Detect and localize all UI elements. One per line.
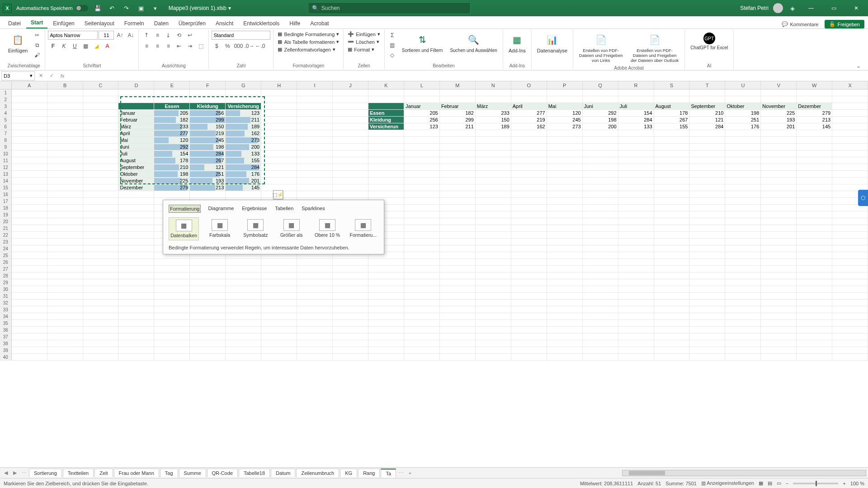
cell[interactable] (476, 266, 511, 272)
cell[interactable] (618, 266, 654, 272)
view-normal-icon[interactable]: ▦ (759, 480, 763, 486)
cell[interactable]: 193 (761, 117, 797, 123)
cell[interactable] (725, 293, 761, 300)
cell[interactable] (832, 279, 868, 286)
cell[interactable] (618, 178, 654, 184)
delete-cells-button[interactable]: ➖ Löschen ▾ (346, 38, 381, 45)
cell[interactable] (761, 89, 797, 96)
cell[interactable] (547, 171, 583, 178)
cell[interactable] (297, 354, 333, 361)
cell[interactable] (226, 354, 261, 361)
ribbon-tab-entwicklertools[interactable]: Entwicklertools (239, 19, 284, 28)
cell[interactable] (618, 144, 654, 150)
diamond-icon[interactable]: ◈ (788, 3, 797, 13)
qa-tab-sparklines[interactable]: Sparklines (301, 205, 326, 213)
cell[interactable]: 213 (797, 117, 832, 123)
cell[interactable] (583, 150, 618, 157)
cell[interactable] (297, 340, 333, 347)
cell[interactable] (618, 293, 654, 300)
cell[interactable] (47, 306, 83, 313)
cell[interactable] (261, 313, 297, 320)
cell[interactable] (547, 293, 583, 300)
camera-icon[interactable]: ▣ (136, 3, 146, 13)
cell[interactable] (47, 245, 83, 252)
cell[interactable] (761, 347, 797, 354)
column-header[interactable]: H (261, 81, 297, 89)
cell[interactable] (47, 171, 83, 178)
cell[interactable] (12, 354, 47, 361)
cell[interactable] (832, 239, 868, 245)
cell[interactable] (476, 320, 511, 327)
cell[interactable] (761, 171, 797, 178)
cell[interactable] (547, 144, 583, 150)
cell[interactable] (333, 313, 368, 320)
cell[interactable] (12, 252, 47, 259)
cell[interactable] (118, 286, 154, 293)
cell[interactable] (83, 293, 119, 300)
formula-input[interactable] (69, 71, 868, 80)
cell[interactable] (368, 300, 404, 306)
cell[interactable] (226, 333, 261, 340)
cell[interactable] (618, 272, 654, 279)
sheet-tab[interactable]: Rang (358, 469, 380, 477)
cell[interactable] (689, 144, 725, 150)
row-header[interactable]: 35 (0, 320, 12, 327)
cell[interactable]: Kleidung (190, 103, 226, 110)
cell[interactable] (654, 178, 690, 184)
cell[interactable] (511, 340, 547, 347)
cell[interactable] (83, 191, 119, 198)
cell[interactable] (118, 89, 154, 96)
cell[interactable] (297, 164, 333, 171)
cell[interactable] (476, 96, 511, 103)
cell[interactable] (583, 232, 618, 239)
cell[interactable] (154, 259, 190, 266)
sheet-tab[interactable]: Summe (179, 469, 206, 477)
cell[interactable] (440, 354, 476, 361)
cell[interactable] (725, 144, 761, 150)
cell[interactable] (797, 306, 832, 313)
cell[interactable] (440, 164, 476, 171)
cell[interactable] (83, 157, 119, 164)
cell[interactable] (476, 205, 511, 211)
cell[interactable] (547, 137, 583, 144)
column-header[interactable]: J (333, 81, 368, 89)
cell[interactable] (297, 259, 333, 266)
cell[interactable]: Januar (118, 110, 154, 117)
cell[interactable]: 277 (154, 130, 190, 137)
cell[interactable] (618, 218, 654, 225)
cell[interactable] (226, 327, 261, 333)
underline-button[interactable]: U (70, 42, 80, 51)
cell[interactable] (761, 286, 797, 293)
cell[interactable] (83, 130, 119, 137)
cell[interactable]: 120 (547, 110, 583, 117)
cell[interactable] (47, 198, 83, 205)
ribbon-tab-formeln[interactable]: Formeln (120, 19, 149, 28)
cell[interactable] (368, 184, 404, 191)
cell[interactable] (83, 164, 119, 171)
cell[interactable] (368, 347, 404, 354)
cell[interactable] (689, 232, 725, 239)
cell[interactable]: 284 (226, 164, 261, 171)
cell[interactable] (547, 130, 583, 137)
cell[interactable] (440, 266, 476, 272)
cell[interactable] (297, 103, 333, 110)
cell[interactable] (333, 178, 368, 184)
cell[interactable] (725, 320, 761, 327)
cell[interactable] (654, 150, 690, 157)
cell[interactable] (654, 218, 690, 225)
cell[interactable] (832, 313, 868, 320)
cell[interactable] (83, 272, 119, 279)
cell[interactable]: 150 (190, 123, 226, 130)
cell[interactable] (440, 239, 476, 245)
cell[interactable] (476, 300, 511, 306)
cell[interactable] (404, 89, 440, 96)
cell[interactable] (797, 320, 832, 327)
cell[interactable] (547, 198, 583, 205)
cell[interactable]: 155 (226, 157, 261, 164)
column-header[interactable]: M (440, 81, 476, 89)
cell[interactable] (832, 286, 868, 293)
cell[interactable] (689, 191, 725, 198)
cell[interactable] (261, 164, 297, 171)
cell[interactable]: April (511, 103, 547, 110)
cell[interactable] (297, 320, 333, 327)
